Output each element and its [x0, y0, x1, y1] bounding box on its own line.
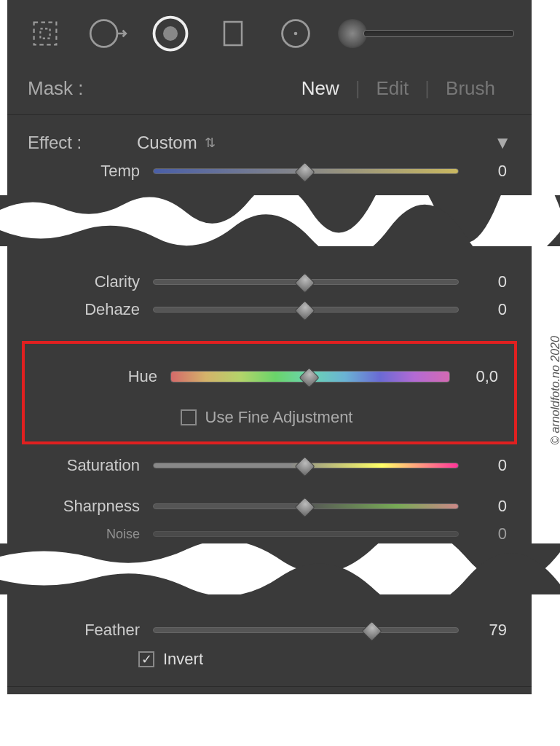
- noise-label: Noise: [7, 527, 153, 542]
- separator: |: [425, 77, 430, 100]
- feather-slider-row: Feather 79: [7, 616, 532, 644]
- effect-label: Effect :: [28, 133, 137, 153]
- feather-slider[interactable]: [153, 621, 459, 640]
- invert-checkbox[interactable]: ✓: [138, 651, 154, 667]
- temp-label: Temp: [7, 162, 153, 181]
- clarity-label: Clarity: [7, 272, 153, 291]
- hue-value[interactable]: 0,0: [450, 367, 502, 386]
- mask-toolbar: [7, 0, 532, 67]
- slider-track: [153, 531, 459, 537]
- effect-value: Custom: [137, 133, 197, 153]
- mask-option-new[interactable]: New: [285, 77, 355, 100]
- brush-icon: [338, 19, 367, 48]
- hue-highlight-box: Hue 0,0 Use Fine Adjustment: [22, 341, 517, 444]
- feather-value[interactable]: 79: [459, 621, 511, 640]
- sharpness-slider-row: Sharpness 0: [7, 492, 532, 520]
- svg-rect-5: [224, 22, 242, 45]
- hue-slider[interactable]: [170, 367, 450, 386]
- saturation-slider-row: Saturation 0: [7, 452, 532, 479]
- sharpness-value[interactable]: 0: [459, 497, 511, 516]
- brush-size-track[interactable]: [363, 30, 514, 37]
- effect-dropdown[interactable]: Custom ⇅: [137, 133, 216, 153]
- disclosure-triangle-icon[interactable]: ▼: [494, 133, 511, 153]
- saturation-value[interactable]: 0: [459, 456, 511, 475]
- slider-thumb[interactable]: [362, 621, 382, 641]
- noise-slider[interactable]: [153, 525, 459, 543]
- clarity-slider[interactable]: [153, 272, 459, 291]
- noise-slider-row: Noise 0: [7, 520, 532, 543]
- mask-mode-row: Mask : New | Edit | Brush: [7, 67, 532, 110]
- sharpness-label: Sharpness: [7, 497, 153, 516]
- fine-adjust-label: Use Fine Adjustment: [205, 408, 353, 427]
- hue-slider-row: Hue 0,0: [25, 363, 508, 390]
- copyright-text: © arnoldfoto.no 2020: [549, 336, 560, 445]
- adjustment-panel: Mask : New | Edit | Brush Effect : Custo…: [7, 0, 532, 195]
- svg-point-2: [90, 20, 117, 47]
- slider-thumb[interactable]: [294, 300, 315, 321]
- hue-label: Hue: [25, 367, 170, 386]
- rectangle-tool-icon[interactable]: [213, 13, 253, 54]
- oval-tool-icon[interactable]: [87, 13, 128, 54]
- temp-value[interactable]: 0: [459, 162, 511, 181]
- sharpness-slider[interactable]: [153, 497, 459, 516]
- fine-adjust-checkbox[interactable]: [181, 409, 197, 425]
- dehaze-value[interactable]: 0: [459, 300, 511, 319]
- invert-row: ✓ Invert: [7, 644, 532, 686]
- slider-track: [153, 627, 459, 633]
- adjustment-panel-mid: Clarity 0 Dehaze 0 Hue 0,0 Use Fine Adju…: [7, 246, 532, 543]
- clarity-value[interactable]: 0: [459, 272, 511, 291]
- saturation-label: Saturation: [7, 456, 153, 475]
- torn-edge: [0, 543, 560, 594]
- dehaze-slider[interactable]: [153, 300, 459, 319]
- radial-tool-icon[interactable]: [150, 13, 191, 54]
- slider-thumb[interactable]: [294, 456, 315, 476]
- separator: |: [355, 77, 360, 100]
- torn-edge: [0, 195, 560, 246]
- svg-point-4: [163, 26, 178, 41]
- adjustment-panel-bottom: Feather 79 ✓ Invert: [7, 594, 532, 694]
- saturation-slider[interactable]: [153, 456, 459, 475]
- ellipse-tool-icon[interactable]: [275, 13, 316, 54]
- dehaze-label: Dehaze: [7, 300, 153, 319]
- effect-row: Effect : Custom ⇅ ▼: [7, 119, 532, 157]
- feather-label: Feather: [7, 621, 153, 640]
- svg-rect-0: [34, 23, 57, 45]
- temp-slider-row: Temp 0: [7, 157, 532, 185]
- mask-option-brush[interactable]: Brush: [430, 77, 511, 100]
- dehaze-slider-row: Dehaze 0: [7, 296, 532, 323]
- crop-tool-icon[interactable]: [25, 13, 66, 54]
- fine-adjust-row: Use Fine Adjustment: [25, 390, 508, 427]
- slider-thumb[interactable]: [294, 272, 315, 293]
- brush-size-slider[interactable]: [338, 19, 514, 48]
- sort-icon: ⇅: [205, 135, 216, 151]
- slider-thumb[interactable]: [294, 497, 315, 517]
- invert-label: Invert: [163, 650, 203, 669]
- svg-rect-1: [40, 28, 50, 38]
- svg-point-7: [294, 32, 298, 36]
- mask-label: Mask :: [28, 77, 159, 100]
- mask-option-edit[interactable]: Edit: [360, 77, 425, 100]
- clarity-slider-row: Clarity 0: [7, 268, 532, 296]
- temp-slider[interactable]: [153, 162, 459, 181]
- noise-value[interactable]: 0: [459, 525, 511, 543]
- slider-thumb[interactable]: [294, 162, 315, 182]
